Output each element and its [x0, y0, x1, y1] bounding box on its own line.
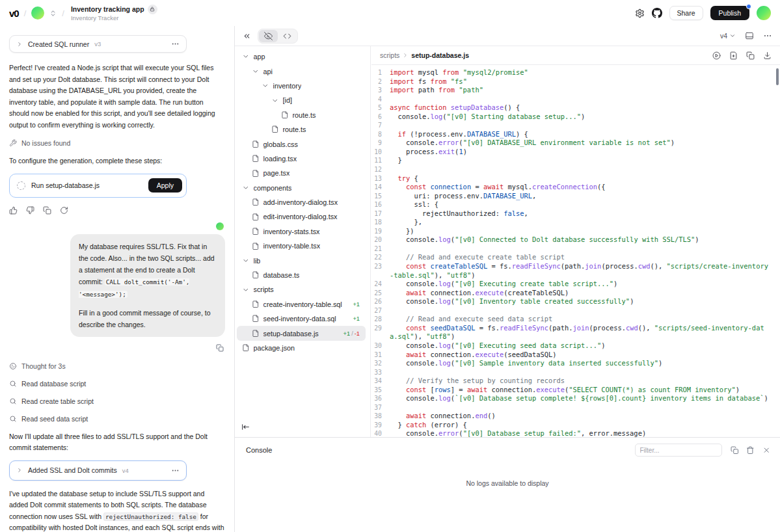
- ellipsis-icon[interactable]: [171, 40, 180, 48]
- code-line[interactable]: 34 // Verify the setup by counting recor…: [371, 377, 780, 386]
- code-line[interactable]: 7: [371, 121, 780, 130]
- tree-folder-scripts[interactable]: scripts: [237, 282, 366, 297]
- run-script-icon[interactable]: [712, 51, 721, 60]
- breadcrumb-file[interactable]: setup-database.js: [411, 51, 469, 59]
- code-line[interactable]: 23 const createTableSQL = fs.readFileSyn…: [371, 262, 780, 280]
- tree-file-setup-database.js[interactable]: setup-database.js+1/-1: [237, 326, 366, 340]
- code-line[interactable]: 2import fs from "fs": [371, 77, 780, 86]
- trash-icon[interactable]: [746, 446, 755, 455]
- v0-logo[interactable]: v0: [9, 8, 19, 19]
- code-line[interactable]: 36 console.log(`[v0] Database setup comp…: [371, 394, 780, 403]
- gear-icon[interactable]: [635, 8, 645, 18]
- code-line[interactable]: 10 process.exit(1): [371, 148, 780, 157]
- tree-file-inventory-table.tsx[interactable]: inventory-table.tsx: [237, 239, 366, 253]
- code-line[interactable]: 28 // Read and execute seed data script: [371, 315, 780, 324]
- tree-folder-api[interactable]: api: [237, 64, 366, 78]
- copy-icon[interactable]: [43, 206, 51, 215]
- tree-file-create-inventory-table.sql[interactable]: create-inventory-table.sql+1: [237, 297, 366, 312]
- bottom-panel-icon[interactable]: [745, 31, 754, 40]
- code-line[interactable]: 12: [371, 165, 780, 174]
- tree-file-inventory-stats.tsx[interactable]: inventory-stats.tsx: [237, 224, 366, 239]
- code-line[interactable]: 20 console.log("[v0] Connected to Dolt d…: [371, 235, 780, 245]
- run-script-step-card[interactable]: Run setup-database.js Apply: [9, 174, 187, 198]
- tree-file-page.tsx[interactable]: page.tsx: [237, 166, 366, 180]
- tree-folder-[id][interactable]: [id]: [237, 93, 366, 107]
- editor-scrollbar[interactable]: [776, 68, 779, 85]
- tree-file-route.ts[interactable]: route.ts: [237, 122, 366, 137]
- code-line[interactable]: 39 } catch (error) {: [371, 421, 780, 430]
- code-line[interactable]: 17 rejectUnauthorized: false,: [371, 209, 780, 219]
- version-block-added-ssl[interactable]: Added SSL and Dolt commits v4: [9, 460, 187, 481]
- code-line[interactable]: 29 const seedDataSQL = fs.readFileSync(p…: [371, 324, 780, 341]
- tree-file-route.ts[interactable]: route.ts: [237, 108, 366, 122]
- github-icon[interactable]: [652, 8, 662, 18]
- code-line[interactable]: 22 // Read and execute create table scri…: [371, 253, 780, 262]
- file-diff-icon[interactable]: [729, 51, 738, 60]
- tree-file-database.ts[interactable]: database.ts: [237, 268, 366, 282]
- code-line[interactable]: 32 console.log("[v0] Sample inventory da…: [371, 359, 780, 368]
- user-avatar[interactable]: [757, 6, 771, 20]
- code-line[interactable]: 14 const connection = await mysql.create…: [371, 183, 780, 192]
- code-line[interactable]: 16 ssl: {: [371, 200, 780, 209]
- code-line[interactable]: 21: [371, 245, 780, 254]
- tree-file-globals.css[interactable]: globals.css: [237, 137, 366, 151]
- tool-step-read-seed-data-script[interactable]: Read seed data script: [9, 415, 225, 423]
- thought-duration[interactable]: Thought for 3s: [9, 362, 225, 370]
- breadcrumb-folder[interactable]: scripts: [380, 51, 399, 59]
- code-line[interactable]: 24 console.log("[v0] Executing create ta…: [371, 280, 780, 289]
- version-block-created-sql-runner[interactable]: Created SQL runner v3: [9, 35, 187, 53]
- code-line[interactable]: 37: [371, 403, 780, 412]
- ellipsis-icon[interactable]: [763, 31, 772, 40]
- code-line[interactable]: 38 await connection.end(): [371, 412, 780, 421]
- copy-icon[interactable]: [216, 344, 224, 352]
- share-button[interactable]: Share: [669, 6, 703, 20]
- code-line[interactable]: 35 const [rows] = await connection.execu…: [371, 386, 780, 395]
- tree-folder-components[interactable]: components: [237, 181, 366, 195]
- tree-file-add-inventory-dialog.tsx[interactable]: add-inventory-dialog.tsx: [237, 195, 366, 209]
- tool-step-read-create-table-script[interactable]: Read create table script: [9, 397, 225, 405]
- code-line[interactable]: 18 },: [371, 218, 780, 227]
- code-content[interactable]: 1import mysql from "mysql2/promise"2impo…: [371, 65, 780, 437]
- close-icon[interactable]: [762, 446, 771, 455]
- copy-icon[interactable]: [731, 446, 739, 455]
- code-line[interactable]: 30 console.log("[v0] Executing seed data…: [371, 341, 780, 351]
- tree-file-seed-inventory-data.sql[interactable]: seed-inventory-data.sql+1: [237, 312, 366, 326]
- tree-folder-inventory[interactable]: inventory: [237, 79, 366, 93]
- code-line[interactable]: 6 console.log("[v0] Starting database se…: [371, 113, 780, 122]
- tree-file-package.json[interactable]: package.json: [237, 341, 366, 355]
- code-line[interactable]: 26 console.log("[v0] Inventory table cre…: [371, 297, 780, 306]
- publish-button[interactable]: Publish: [710, 6, 749, 20]
- code-line[interactable]: 13 try {: [371, 174, 780, 183]
- thumbs-down-icon[interactable]: [26, 206, 34, 215]
- tree-folder-app[interactable]: app: [237, 49, 366, 64]
- code-line[interactable]: 3import path from "path": [371, 86, 780, 95]
- apply-button[interactable]: Apply: [148, 178, 182, 193]
- code-line[interactable]: 11 }: [371, 156, 780, 165]
- code-view-toggle[interactable]: [278, 30, 297, 42]
- code-line[interactable]: 1import mysql from "mysql2/promise": [371, 68, 780, 77]
- tree-file-edit-inventory-dialog.tsx[interactable]: edit-inventory-dialog.tsx: [237, 209, 366, 224]
- preview-hidden-toggle[interactable]: [259, 30, 278, 42]
- ellipsis-icon[interactable]: [171, 466, 180, 475]
- collapse-sidebar-control[interactable]: [241, 423, 250, 431]
- code-line[interactable]: 25 await connection.execute(createTableS…: [371, 289, 780, 298]
- code-line[interactable]: 5async function setupDatabase() {: [371, 103, 780, 113]
- chevrons-left-icon[interactable]: [243, 32, 251, 40]
- copy-icon[interactable]: [746, 51, 755, 60]
- thumbs-up-icon[interactable]: [9, 206, 18, 215]
- code-line[interactable]: 33: [371, 368, 780, 377]
- code-line[interactable]: 4: [371, 95, 780, 104]
- download-icon[interactable]: [763, 51, 772, 60]
- code-line[interactable]: 27: [371, 306, 780, 315]
- tree-folder-lib[interactable]: lib: [237, 253, 366, 267]
- code-line[interactable]: 15 uri: process.env.DATABASE_URL,: [371, 192, 780, 201]
- tree-file-loading.tsx[interactable]: loading.tsx: [237, 152, 366, 166]
- chevrons-up-down-icon[interactable]: [49, 10, 57, 17]
- code-line[interactable]: 31 await connection.execute(seedDataSQL): [371, 351, 780, 360]
- tool-step-read-database-script[interactable]: Read database script: [9, 380, 225, 388]
- project-name[interactable]: Inventory tracking app: [71, 5, 144, 14]
- code-line[interactable]: 8 if (!process.env.DATABASE_URL) {: [371, 130, 780, 139]
- console-filter-input[interactable]: [635, 444, 722, 457]
- code-line[interactable]: 19 }): [371, 227, 780, 236]
- code-line[interactable]: 40 console.error("[v0] Database setup fa…: [371, 429, 780, 437]
